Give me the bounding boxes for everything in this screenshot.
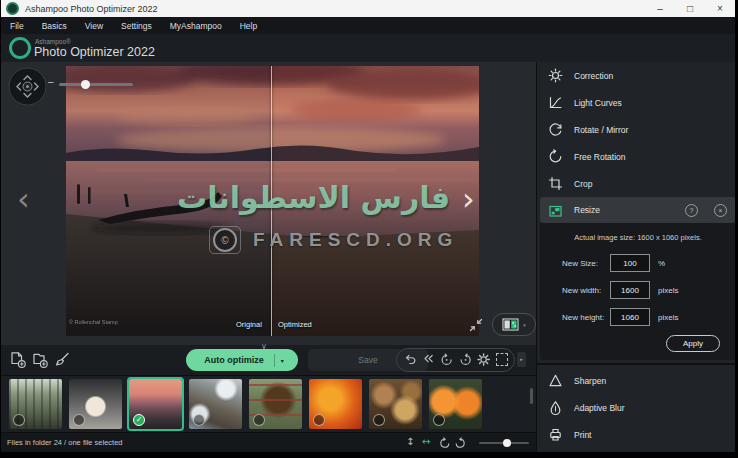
thumbnail[interactable] <box>249 379 302 429</box>
free-rotation-icon <box>548 149 563 164</box>
thumbnail[interactable] <box>9 379 62 429</box>
tool-free-rotation[interactable]: Free Rotation <box>537 143 735 170</box>
thumbnail-check-icon[interactable] <box>313 414 325 426</box>
resize-icon <box>548 203 563 218</box>
page-title: Photo Optimizer 2022 <box>34 45 155 59</box>
filmstrip-scroll-indicator[interactable] <box>530 388 533 404</box>
original-label: Original <box>236 320 262 329</box>
resize-help-button[interactable]: ? <box>685 204 698 217</box>
thumbnail-check-icon[interactable] <box>193 414 205 426</box>
resize-panel: Actual image size: 1600 x 1060 pixels. N… <box>540 223 735 360</box>
auto-optimize-label: Auto optimize <box>204 355 264 365</box>
undo-icon[interactable] <box>403 351 418 368</box>
toolbar-expand-button[interactable]: ▸ <box>517 352 526 367</box>
batch-brush-icon[interactable] <box>53 351 71 369</box>
photo-credit: © Rollenchal Stamp <box>69 319 118 325</box>
close-button[interactable]: × <box>705 0 735 17</box>
thumbnail-check-icon[interactable] <box>13 414 25 426</box>
maximize-button[interactable]: □ <box>675 0 705 17</box>
thumbnail-selected[interactable]: ✓ <box>129 379 182 429</box>
menu-view[interactable]: View <box>76 21 112 31</box>
minimize-button[interactable]: – <box>645 0 675 17</box>
history-back-icon[interactable] <box>439 351 454 368</box>
main-toolbar: ∨ Auto optimize ▾ Save <box>1 345 536 375</box>
new-size-input[interactable] <box>610 254 650 272</box>
ashampoo-logo-icon <box>9 37 31 59</box>
thumbnail-size-slider[interactable] <box>479 442 529 444</box>
status-bar: Files in folder 24 / one file selected ↕… <box>1 432 536 452</box>
thumbnail[interactable] <box>309 379 362 429</box>
view-mode-caret-icon[interactable]: ▾ <box>523 322 526 328</box>
new-width-input[interactable] <box>610 281 650 299</box>
tool-resize[interactable]: Resize ? × <box>540 197 735 223</box>
menu-bar: File Basics View Settings MyAshampoo Hel… <box>1 17 735 34</box>
watermark-arabic: فارس الاسطوانات <box>177 180 450 215</box>
menu-basics[interactable]: Basics <box>33 21 76 31</box>
flip-horizontal-icon[interactable]: ↔ <box>422 436 430 447</box>
thumbnail-check-icon[interactable] <box>433 414 445 426</box>
menu-file[interactable]: File <box>1 21 33 31</box>
tool-adaptive-blur[interactable]: Adaptive Blur <box>537 394 735 421</box>
previous-image-button[interactable]: ‹ <box>17 184 30 214</box>
history-icon-group <box>396 348 515 372</box>
resize-close-button[interactable]: × <box>714 204 727 217</box>
app-icon <box>6 2 19 15</box>
tools-sidebar: Correction Light Curves Rotate / Mirror <box>536 62 735 452</box>
tool-correction[interactable]: Correction <box>537 62 735 89</box>
menu-myashampoo[interactable]: MyAshampoo <box>161 21 231 31</box>
status-text: Files in folder 24 / one file selected <box>7 438 122 447</box>
zoom-out-icon[interactable]: – <box>48 76 54 87</box>
selection-frame-icon[interactable] <box>496 353 508 366</box>
pan-control[interactable] <box>8 67 47 106</box>
apply-button[interactable]: Apply <box>666 335 720 352</box>
thumbnail[interactable] <box>189 379 242 429</box>
window-title: Ashampoo Photo Optimizer 2022 <box>25 4 158 14</box>
thumbnail-check-icon[interactable] <box>73 414 85 426</box>
thumbnail-check-icon[interactable]: ✓ <box>133 414 145 426</box>
history-forward-icon[interactable] <box>458 351 473 368</box>
fit-view-button[interactable] <box>468 317 484 333</box>
menu-help[interactable]: Help <box>231 21 266 31</box>
filmstrip: ✓ <box>1 375 536 433</box>
thumbnail[interactable] <box>369 379 422 429</box>
curves-icon <box>548 95 563 110</box>
new-height-input[interactable] <box>610 308 650 326</box>
thumbnail-check-icon[interactable] <box>373 414 385 426</box>
split-view-icon <box>502 318 519 331</box>
flip-vertical-icon[interactable]: ↕ <box>406 436 414 447</box>
watermark-row: © FARESCD.ORG <box>209 226 458 254</box>
tool-delete[interactable]: Delete <box>537 448 735 452</box>
tool-print[interactable]: Print <box>537 421 735 448</box>
undo-all-icon[interactable] <box>421 351 436 368</box>
new-size-row: New Size: % <box>562 254 735 272</box>
tool-sharpen[interactable]: Sharpen <box>537 367 735 394</box>
window-controls: – □ × <box>645 0 735 17</box>
menu-settings[interactable]: Settings <box>112 21 161 31</box>
tool-light-curves[interactable]: Light Curves <box>537 89 735 116</box>
thumbnail[interactable] <box>69 379 122 429</box>
sun-icon <box>548 68 563 83</box>
tool-rotate-mirror[interactable]: Rotate / Mirror <box>537 116 735 143</box>
auto-optimize-separator <box>274 354 275 367</box>
optimized-label: Optimized <box>278 320 312 329</box>
image-viewer: Original Optimized © Rollenchal Stamp فا… <box>1 62 536 345</box>
add-folder-icon[interactable] <box>31 351 49 369</box>
printer-icon <box>548 427 563 442</box>
thumbnail[interactable] <box>429 379 482 429</box>
thumbnail-check-icon[interactable] <box>253 414 265 426</box>
next-image-button[interactable]: › <box>462 184 475 214</box>
auto-optimize-button[interactable]: Auto optimize ▾ <box>186 349 298 371</box>
auto-optimize-caret-icon[interactable]: ▾ <box>281 357 284 364</box>
thumbnail-size-slider-handle[interactable] <box>503 439 511 447</box>
settings-gear-icon[interactable] <box>476 351 491 368</box>
rotate-mirror-icon <box>548 122 563 137</box>
zoom-slider-handle[interactable] <box>81 80 90 89</box>
droplet-icon <box>548 400 563 415</box>
zoom-slider[interactable] <box>59 83 133 86</box>
new-height-row: New height: pixels <box>562 308 735 326</box>
rotate-left-icon[interactable] <box>439 437 451 449</box>
compare-view-toggle[interactable]: ▾ <box>492 313 536 336</box>
add-image-icon[interactable] <box>9 351 27 369</box>
rotate-right-icon[interactable] <box>454 437 466 449</box>
tool-crop[interactable]: Crop <box>537 170 735 197</box>
